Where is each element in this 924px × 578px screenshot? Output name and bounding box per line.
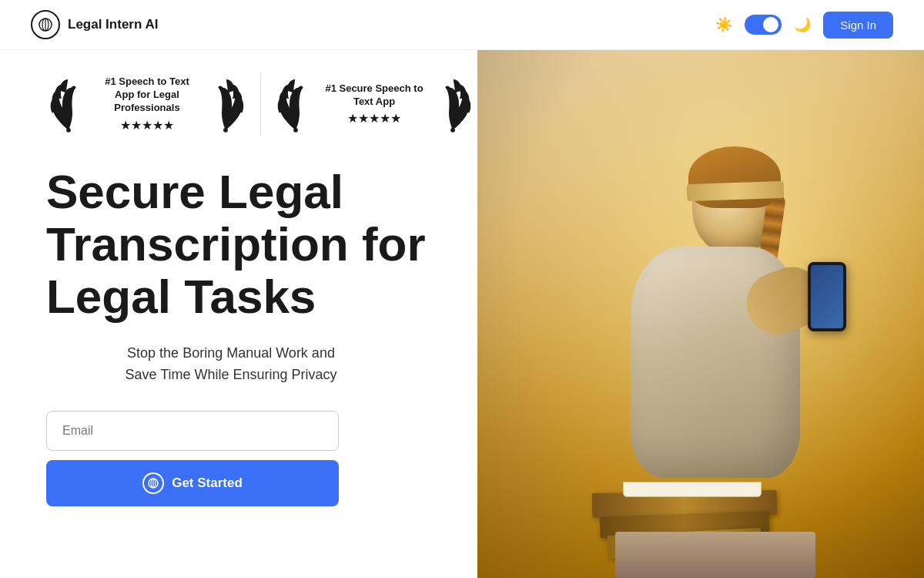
left-content: #1 Speech to Text App for Legal Professi… xyxy=(0,50,524,529)
hero-image xyxy=(477,50,924,578)
statue-figure xyxy=(569,131,862,578)
get-started-label: Get Started xyxy=(172,476,243,491)
award-text-1: #1 Speech to Text App for Legal Professi… xyxy=(94,76,200,133)
awards-row: #1 Speech to Text App for Legal Professi… xyxy=(46,73,485,135)
moon-icon[interactable]: 🌙 xyxy=(794,16,811,33)
award-title-2: #1 Secure Speech to Text App xyxy=(324,82,424,109)
navbar: Legal Intern AI ☀️ 🌙 Sign In xyxy=(0,0,924,50)
svg-point-6 xyxy=(450,128,455,133)
cta-form: Get Started xyxy=(46,411,339,506)
award-title-1: #1 Speech to Text App for Legal Professi… xyxy=(97,76,197,115)
email-input[interactable] xyxy=(46,411,339,451)
svg-point-3 xyxy=(66,128,71,133)
main-content: #1 Speech to Text App for Legal Professi… xyxy=(0,50,924,578)
logo-text: Legal Intern AI xyxy=(68,17,158,32)
hero-subtext: Stop the Boring Manual Work and Save Tim… xyxy=(46,342,416,387)
award-divider xyxy=(260,73,261,135)
laurel-right-1 xyxy=(203,73,248,135)
hero-heading-line1: Secure Legal xyxy=(46,165,343,218)
svg-point-5 xyxy=(293,128,298,133)
get-started-button[interactable]: Get Started xyxy=(46,460,339,506)
nav-right: ☀️ 🌙 Sign In xyxy=(715,12,893,39)
award-stars-2: ★★★★★ xyxy=(324,111,424,126)
logo-area: Legal Intern AI xyxy=(31,10,158,39)
hero-subtext-line2: Save Time While Ensuring Privacy xyxy=(125,367,336,382)
award-item-2: #1 Secure Speech to Text App ★★★★★ xyxy=(273,73,475,135)
logo-icon xyxy=(31,10,60,39)
theme-toggle[interactable] xyxy=(745,15,782,35)
hero-heading-line3: Legal Tasks xyxy=(46,270,316,323)
award-text-2: #1 Secure Speech to Text App ★★★★★ xyxy=(321,82,427,126)
laurel-right-2 xyxy=(430,73,475,135)
hero-heading-line2: Transcription for xyxy=(46,217,426,271)
svg-point-4 xyxy=(223,128,228,133)
sign-in-button[interactable]: Sign In xyxy=(823,12,893,39)
sun-icon[interactable]: ☀️ xyxy=(715,16,732,33)
laurel-left-2 xyxy=(273,73,318,135)
get-started-icon xyxy=(142,472,164,494)
hero-heading: Secure Legal Transcription for Legal Tas… xyxy=(46,166,477,324)
hero-subtext-line1: Stop the Boring Manual Work and xyxy=(127,345,335,361)
award-item-1: #1 Speech to Text App for Legal Professi… xyxy=(46,73,248,135)
laurel-left-1 xyxy=(46,73,91,135)
award-stars-1: ★★★★★ xyxy=(97,118,197,133)
